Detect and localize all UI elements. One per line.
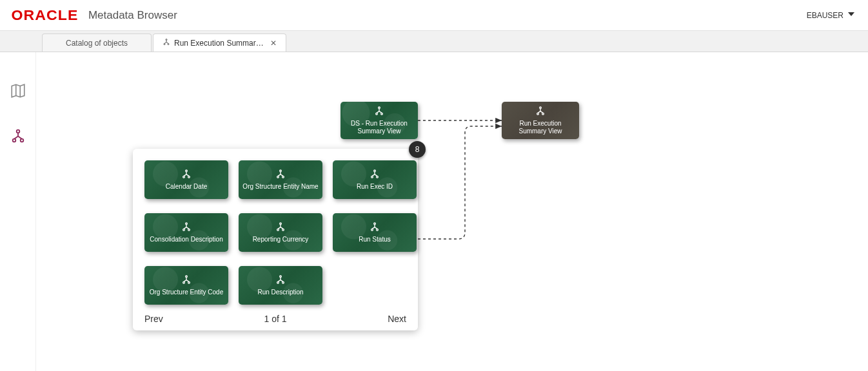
node-label: Org Structure Entity Code xyxy=(150,289,224,296)
hierarchy-icon xyxy=(181,274,192,286)
svg-point-16 xyxy=(277,176,279,178)
svg-point-8 xyxy=(381,113,383,115)
svg-point-27 xyxy=(374,223,376,225)
node-run-execution-summary-view[interactable]: Run Execution Summary View xyxy=(502,102,579,139)
app-title: Metadata Browser xyxy=(88,9,177,22)
node-ds-run-execution-summary-view[interactable]: DS - Run Execution Summary View xyxy=(340,102,418,139)
svg-point-35 xyxy=(282,281,284,283)
user-label: EBAUSER xyxy=(807,11,843,20)
svg-point-6 xyxy=(379,107,380,109)
svg-point-28 xyxy=(371,229,373,231)
node-label: Run Exec ID xyxy=(357,183,393,191)
svg-point-26 xyxy=(282,229,284,231)
page-indicator: 1 of 1 xyxy=(264,314,286,324)
svg-point-18 xyxy=(374,170,376,172)
svg-point-30 xyxy=(186,276,188,278)
node-org-structure-entity-code[interactable]: Org Structure Entity Code xyxy=(144,266,228,305)
svg-point-21 xyxy=(186,223,188,225)
svg-point-10 xyxy=(537,113,539,115)
hierarchy-icon xyxy=(181,169,192,180)
svg-point-3 xyxy=(16,130,19,133)
hierarchy-icon xyxy=(535,106,546,117)
svg-point-32 xyxy=(188,281,190,283)
node-label: Calendar Date xyxy=(166,183,207,191)
tab-bar: Catalog of objects Run Execution Summar…… xyxy=(0,31,868,52)
svg-point-14 xyxy=(188,176,190,178)
app-header: ORACLE Metadata Browser EBAUSER xyxy=(0,0,868,31)
tab-run-execution-summary[interactable]: Run Execution Summar… ✕ xyxy=(153,33,286,52)
svg-point-2 xyxy=(168,44,169,45)
group-pager: Prev 1 of 1 Next xyxy=(144,314,406,324)
node-label: Reporting Currency xyxy=(253,236,309,243)
svg-point-5 xyxy=(20,139,23,142)
close-icon[interactable]: ✕ xyxy=(270,39,277,48)
svg-point-24 xyxy=(280,223,282,225)
svg-point-1 xyxy=(164,44,165,45)
svg-point-12 xyxy=(186,170,188,172)
node-label: Run Execution Summary View xyxy=(506,120,575,135)
svg-point-25 xyxy=(277,229,279,231)
hierarchy-icon xyxy=(275,274,286,286)
hierarchy-icon xyxy=(370,222,380,233)
svg-point-13 xyxy=(183,176,185,178)
node-org-structure-entity-name[interactable]: Org Structure Entity Name xyxy=(239,160,322,199)
hierarchy-icon xyxy=(275,222,286,233)
svg-point-9 xyxy=(540,107,542,109)
hierarchy-icon xyxy=(275,169,286,180)
svg-point-7 xyxy=(376,113,378,115)
group-grid: Calendar Date Org Structure Entity Name … xyxy=(144,160,406,309)
svg-point-23 xyxy=(188,229,190,231)
svg-point-4 xyxy=(12,139,15,142)
node-label: DS - Run Execution Summary View xyxy=(344,120,414,135)
svg-point-31 xyxy=(183,281,185,283)
node-label: Run Description xyxy=(257,289,303,296)
badge-count: 8 xyxy=(415,145,420,154)
hierarchy-icon xyxy=(370,169,380,180)
node-calendar-date[interactable]: Calendar Date xyxy=(144,160,228,199)
svg-point-29 xyxy=(377,229,379,231)
svg-point-33 xyxy=(280,276,282,278)
svg-point-19 xyxy=(371,176,373,178)
node-group-popover: 8 Calendar Date Org Structure Entity Nam… xyxy=(133,149,418,330)
node-run-exec-id[interactable]: Run Exec ID xyxy=(333,160,417,199)
svg-point-0 xyxy=(166,39,167,41)
node-reporting-currency[interactable]: Reporting Currency xyxy=(239,213,322,252)
svg-point-15 xyxy=(280,170,282,172)
node-label: Org Structure Entity Name xyxy=(242,183,318,191)
oracle-logo: ORACLE xyxy=(12,7,79,24)
hierarchy-view-button[interactable] xyxy=(5,123,31,149)
tab-catalog[interactable]: Catalog of objects xyxy=(42,33,152,52)
node-run-status[interactable]: Run Status xyxy=(333,213,417,252)
prev-button[interactable]: Prev xyxy=(144,314,163,324)
hierarchy-icon xyxy=(181,222,192,233)
map-view-button[interactable] xyxy=(5,78,31,104)
svg-point-22 xyxy=(183,229,185,231)
group-count-badge: 8 xyxy=(409,141,426,158)
svg-point-17 xyxy=(282,176,284,178)
svg-point-34 xyxy=(277,281,279,283)
node-consolidation-description[interactable]: Consolidation Description xyxy=(144,213,228,252)
tab-label: Catalog of objects xyxy=(66,39,128,48)
svg-point-20 xyxy=(377,176,379,178)
hierarchy-icon xyxy=(374,106,384,117)
chevron-down-icon xyxy=(847,10,855,20)
tab-label: Run Execution Summar… xyxy=(174,39,264,48)
user-menu[interactable]: EBAUSER xyxy=(807,10,855,20)
hierarchy-icon xyxy=(163,38,170,48)
svg-point-11 xyxy=(542,113,544,115)
diagram-canvas[interactable]: DS - Run Execution Summary View Run Exec… xyxy=(36,52,868,371)
node-label: Consolidation Description xyxy=(150,236,222,243)
node-run-description[interactable]: Run Description xyxy=(239,266,322,305)
left-toolbar xyxy=(0,52,36,371)
next-button[interactable]: Next xyxy=(388,314,406,324)
node-label: Run Status xyxy=(359,236,390,243)
